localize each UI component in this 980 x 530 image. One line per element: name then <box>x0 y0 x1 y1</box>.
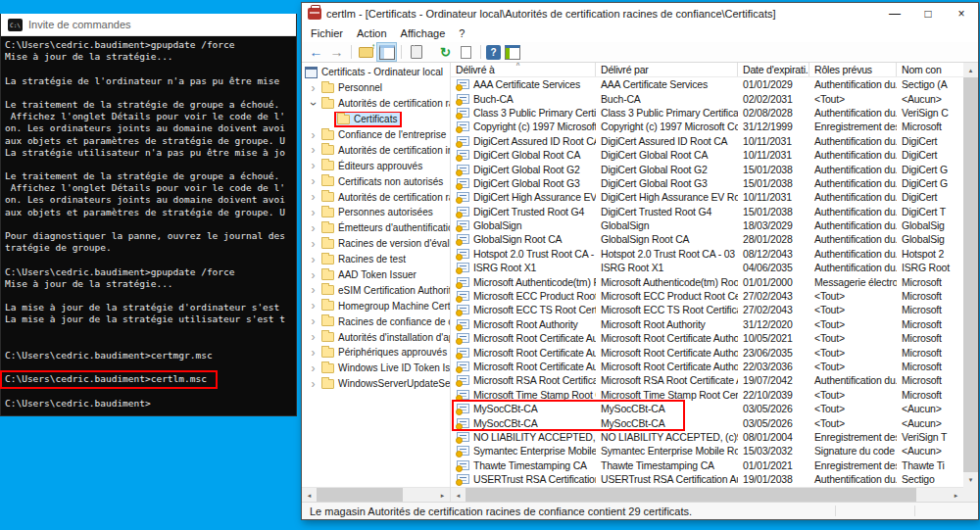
certificate-row[interactable]: Microsoft Authenticode(tm) Ro... Microso… <box>451 274 963 288</box>
tree-item[interactable]: Autorités de certification raci <box>302 189 450 205</box>
show-console-tree-icon[interactable] <box>377 43 396 61</box>
tree-item[interactable]: Certificats non autorisés <box>302 173 450 189</box>
forward-icon[interactable] <box>327 43 346 61</box>
expander-icon[interactable] <box>306 254 320 265</box>
tree-item[interactable]: Racines de test <box>302 252 450 267</box>
certificate-row[interactable]: NO LIABILITY ACCEPTED, (c)97 ... NO LIAB… <box>451 430 963 444</box>
scrollbar-thumb[interactable] <box>317 488 403 502</box>
terminal-titlebar[interactable]: Invite de commandes <box>1 14 296 36</box>
expander-icon[interactable] <box>306 378 320 390</box>
certificate-row[interactable]: GlobalSign GlobalSign 18/03/2029 Authent… <box>451 218 963 232</box>
scrollbar-thumb[interactable] <box>963 77 978 472</box>
expander-icon[interactable] <box>306 144 320 156</box>
column-header-issued-by[interactable]: Délivré par <box>596 63 738 76</box>
menu-item[interactable]: Affichage <box>394 27 453 39</box>
tree-item[interactable]: Éditeurs approuvés <box>302 158 450 173</box>
tree-item[interactable]: Autorités d'installation d'app <box>302 329 450 345</box>
expander-icon[interactable] <box>306 82 320 94</box>
certificate-row[interactable]: ISRG Root X1 ISRG Root X1 04/06/2035 Aut… <box>451 261 963 274</box>
scroll-right-icon[interactable]: ▸ <box>435 488 450 502</box>
certificate-row[interactable]: DigiCert Global Root G2 DigiCert Global … <box>451 162 963 175</box>
tree-item[interactable]: Certificats - Ordinateur local <box>302 65 450 80</box>
column-header-expiration[interactable]: Date d'expirati... <box>738 63 809 76</box>
close-button[interactable]: × <box>945 3 978 24</box>
tree-item[interactable]: Personnes autorisées <box>302 205 450 220</box>
refresh-icon[interactable] <box>436 43 455 61</box>
certificate-row[interactable]: Symantec Enterprise Mobile Ro... Symante… <box>451 444 963 458</box>
certificate-row[interactable]: MySocCBt-CA MySocCBt-CA 03/05/2026 <Tout… <box>451 415 963 429</box>
certificate-row[interactable]: Microsoft Root Certificate Auth... Micro… <box>451 331 963 345</box>
tree-item[interactable]: Racines de version d'évaluati <box>302 236 450 252</box>
tree-item[interactable]: Périphériques approuvés <box>302 345 450 361</box>
tree-item[interactable]: WindowsServerUpdateService <box>302 376 450 392</box>
column-header-issued-to[interactable]: Délivré à <box>451 63 596 76</box>
certificate-row[interactable]: DigiCert Global Root G3 DigiCert Global … <box>451 176 963 190</box>
certificate-row[interactable]: USERTrust RSA Certification Aut... USERT… <box>451 472 963 486</box>
expander-icon[interactable] <box>306 347 320 359</box>
expander-icon[interactable] <box>306 191 320 203</box>
expander-icon[interactable] <box>306 207 320 218</box>
certificate-row[interactable]: Thawte Timestamping CA Thawte Timestampi… <box>451 458 963 472</box>
column-header-friendly-name[interactable]: Nom con <box>897 63 963 76</box>
scroll-down-icon[interactable]: ▾ <box>963 472 978 487</box>
certificate-row[interactable]: Microsoft Time Stamp Root Cer... Microso… <box>451 388 963 402</box>
tree-item[interactable]: Autorités de certification inte <box>302 142 450 158</box>
certificate-row[interactable]: Buch-CA Buch-CA 02/02/2031 <Tout> <Aucun… <box>451 91 963 105</box>
scroll-right-icon[interactable]: ▸ <box>949 488 963 502</box>
help-icon[interactable] <box>486 45 501 60</box>
certificate-row[interactable]: Microsoft Root Certificate Auth... Micro… <box>451 360 963 373</box>
menu-item[interactable]: Action <box>350 27 394 39</box>
maximize-button[interactable]: □ <box>911 3 945 24</box>
up-one-level-icon[interactable] <box>357 43 375 61</box>
tree-item[interactable]: Personnel <box>302 80 450 96</box>
certificate-row[interactable]: Microsoft Root Authority Microsoft Root … <box>451 317 963 331</box>
certificate-row[interactable]: Microsoft Root Certificate Auth... Micro… <box>451 345 963 359</box>
list-vertical-scrollbar[interactable]: ▴ ▾ <box>963 63 978 487</box>
back-icon[interactable] <box>307 43 325 61</box>
new-window-icon[interactable] <box>503 43 521 61</box>
scroll-up-icon[interactable]: ▴ <box>963 63 978 77</box>
expander-icon[interactable] <box>308 96 319 111</box>
certificate-row[interactable]: Class 3 Public Primary Certificat... Cla… <box>451 106 963 120</box>
certificate-row[interactable]: Microsoft RSA Root Certificate ... Micro… <box>451 373 963 387</box>
certificate-row[interactable]: DigiCert Global Root CA DigiCert Global … <box>451 148 963 162</box>
tree-item[interactable]: Windows Live ID Token Issuer <box>302 361 450 376</box>
tree-item[interactable]: Certificats <box>302 112 450 127</box>
tree-horizontal-scrollbar[interactable]: ◂ ▸ <box>302 487 450 502</box>
expander-icon[interactable] <box>306 175 320 187</box>
tree-item[interactable]: Confiance de l'entreprise <box>302 127 450 143</box>
certificate-row[interactable]: DigiCert Trusted Root G4 DigiCert Truste… <box>451 205 963 218</box>
certificate-row[interactable]: AAA Certificate Services AAA Certificate… <box>451 77 963 91</box>
certificate-row[interactable]: DigiCert High Assurance EV Ro... DigiCer… <box>451 190 963 204</box>
certlm-titlebar[interactable]: certlm - [Certificats - Ordinateur local… <box>302 3 978 24</box>
certificate-row[interactable]: Copyright (c) 1997 Microsoft C... Copyri… <box>451 120 963 133</box>
tree-item[interactable]: AAD Token Issuer <box>302 267 450 283</box>
expander-icon[interactable] <box>306 160 320 171</box>
expander-icon[interactable] <box>306 331 320 343</box>
expander-icon[interactable] <box>306 362 320 374</box>
expander-icon[interactable] <box>306 238 320 250</box>
scroll-left-icon[interactable]: ◂ <box>451 488 466 502</box>
expander-icon[interactable] <box>306 284 320 296</box>
expander-icon[interactable] <box>306 269 320 281</box>
tree-item[interactable]: eSIM Certification Authorities <box>302 282 450 298</box>
certificate-row[interactable]: Hotspot 2.0 Trust Root CA - 03 Hotspot 2… <box>451 247 963 261</box>
scroll-left-icon[interactable]: ◂ <box>302 488 317 502</box>
expander-icon[interactable] <box>306 315 320 327</box>
expander-icon[interactable] <box>306 222 320 234</box>
certificate-row[interactable]: Microsoft ECC TS Root Certifica... Micro… <box>451 303 963 316</box>
tree-item[interactable]: Autorités de certification raci <box>302 96 450 112</box>
certificate-row[interactable]: DigiCert Assured ID Root CA DigiCert Ass… <box>451 134 963 148</box>
clipboard-icon[interactable] <box>407 43 425 61</box>
menu-item[interactable]: Fichier <box>304 27 350 39</box>
certificate-row[interactable]: MySocCBt-CA MySocCBt-CA 03/05/2026 <Tout… <box>451 402 963 415</box>
expander-icon[interactable] <box>306 300 320 312</box>
tree-item[interactable]: Homegroup Machine Certific <box>302 298 450 313</box>
minimize-button[interactable]: — <box>878 3 911 24</box>
certificate-row[interactable]: GlobalSign Root CA GlobalSign Root CA 28… <box>451 232 963 246</box>
terminal-output[interactable]: C:\Users\cedric.baudiment>gpupdate /forc… <box>1 36 296 413</box>
tree-item[interactable]: Émetteurs d'authentification <box>302 220 450 236</box>
tree-item[interactable]: Racines de confiance de carte <box>302 313 450 329</box>
column-header-purposes[interactable]: Rôles prévus <box>809 63 897 76</box>
expander-icon[interactable] <box>306 129 320 141</box>
